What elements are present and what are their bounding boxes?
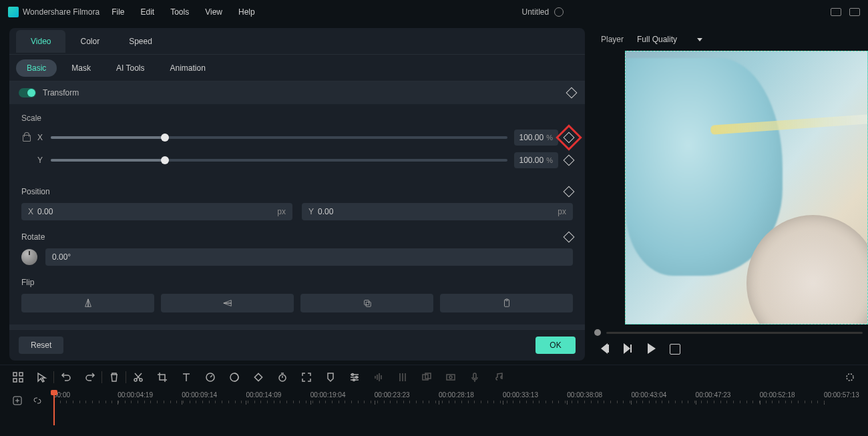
color-icon[interactable] bbox=[228, 371, 240, 383]
main-tabs: Video Color Speed bbox=[9, 28, 585, 55]
menu-edit[interactable]: Edit bbox=[141, 7, 155, 17]
properties-scroll[interactable]: Transform Scale X bbox=[9, 81, 585, 329]
lock-aspect-icon[interactable] bbox=[21, 132, 31, 142]
menu-view[interactable]: View bbox=[205, 7, 222, 17]
menu-tools[interactable]: Tools bbox=[170, 7, 189, 17]
scale-x-slider[interactable] bbox=[51, 136, 507, 139]
crop-icon[interactable] bbox=[156, 371, 168, 383]
playhead[interactable] bbox=[53, 391, 55, 425]
flip-horizontal-button[interactable] bbox=[21, 294, 154, 312]
timeline-toolbar bbox=[0, 365, 868, 389]
reset-button[interactable]: Reset bbox=[19, 337, 63, 354]
subtab-ai-tools[interactable]: AI Tools bbox=[105, 59, 155, 77]
play-button[interactable] bbox=[646, 343, 657, 354]
timeline-settings-icon[interactable] bbox=[844, 371, 856, 383]
redo-icon[interactable] bbox=[84, 371, 96, 383]
menu-bar: File Edit Tools View Help bbox=[112, 7, 255, 17]
stopwatch-icon[interactable] bbox=[276, 371, 288, 383]
mixer-icon[interactable] bbox=[397, 371, 409, 383]
group-icon[interactable] bbox=[421, 371, 433, 383]
scale-y-value[interactable]: 100.00% bbox=[514, 152, 558, 168]
speed-icon[interactable] bbox=[204, 371, 216, 383]
marker-icon[interactable] bbox=[324, 371, 337, 383]
scrub-bar[interactable] bbox=[592, 329, 868, 337]
quality-dropdown[interactable]: Full Quality bbox=[637, 35, 702, 44]
flip-vertical-button[interactable] bbox=[161, 294, 294, 312]
audio-sync-icon[interactable] bbox=[373, 371, 385, 383]
next-frame-button[interactable] bbox=[624, 343, 634, 354]
transform-toggle[interactable] bbox=[19, 88, 36, 97]
scrub-handle[interactable] bbox=[594, 329, 601, 336]
position-x-input[interactable] bbox=[37, 207, 277, 216]
timeline-ruler[interactable]: 00:0000:00:04:1900:00:09:1400:00:14:0900… bbox=[53, 391, 856, 425]
svg-rect-0 bbox=[364, 300, 369, 305]
window-controls bbox=[831, 8, 860, 16]
link-icon[interactable] bbox=[32, 395, 44, 407]
timeline-timestamp: 00:00:57:13 bbox=[824, 391, 859, 399]
player-label: Player bbox=[601, 35, 624, 44]
timeline-timestamp: 00:00:33:13 bbox=[503, 391, 538, 399]
flip-header: Flip bbox=[21, 278, 573, 287]
trash-icon[interactable] bbox=[108, 371, 120, 383]
svg-rect-6 bbox=[13, 379, 17, 382]
flip-label: Flip bbox=[21, 278, 34, 287]
position-header: Position bbox=[21, 187, 573, 196]
scale-y-slider[interactable] bbox=[51, 159, 507, 162]
subtab-animation[interactable]: Animation bbox=[159, 59, 216, 77]
fit-icon[interactable] bbox=[300, 371, 312, 383]
text-icon[interactable] bbox=[180, 371, 192, 383]
scale-x-value[interactable]: 100.00% bbox=[514, 130, 558, 146]
subtab-mask[interactable]: Mask bbox=[61, 59, 101, 77]
subtab-basic[interactable]: Basic bbox=[16, 59, 57, 77]
tab-speed[interactable]: Speed bbox=[114, 30, 167, 53]
svg-rect-4 bbox=[13, 373, 17, 376]
cut-icon[interactable] bbox=[132, 371, 144, 383]
keyframe-tool-icon[interactable] bbox=[252, 371, 264, 383]
timeline-timestamp: 00:00:43:04 bbox=[631, 391, 666, 399]
stop-button[interactable] bbox=[669, 343, 680, 354]
timeline-timestamp: 00:00:52:18 bbox=[760, 391, 795, 399]
copy-button[interactable] bbox=[300, 294, 433, 312]
tab-color[interactable]: Color bbox=[65, 30, 114, 53]
render-icon[interactable] bbox=[445, 371, 457, 383]
adjust-icon[interactable] bbox=[349, 371, 361, 383]
timeline-timestamp: 00:00:04:19 bbox=[118, 391, 153, 399]
preview-frame[interactable] bbox=[625, 51, 868, 324]
rotate-value[interactable]: 0.00° bbox=[45, 248, 573, 266]
rotate-label: Rotate bbox=[21, 232, 45, 242]
pointer-tool-icon[interactable] bbox=[36, 371, 48, 383]
preview-area[interactable] bbox=[592, 51, 868, 337]
scrub-track[interactable] bbox=[606, 332, 863, 334]
scale-x-keyframe-icon[interactable] bbox=[564, 132, 575, 144]
timeline-timestamp: 00:00:23:23 bbox=[375, 391, 410, 399]
document-title: Untitled bbox=[522, 7, 550, 17]
voiceover-icon[interactable] bbox=[469, 371, 481, 383]
music-icon[interactable] bbox=[493, 371, 505, 383]
scale-x-row: X 100.00% bbox=[37, 130, 573, 146]
menu-help[interactable]: Help bbox=[238, 7, 255, 17]
properties-panel: Video Color Speed Basic Mask AI Tools An… bbox=[9, 28, 585, 361]
position-x-field[interactable]: X px bbox=[21, 203, 292, 220]
layout-grid-icon[interactable] bbox=[12, 371, 24, 383]
position-y-field[interactable]: Y px bbox=[302, 203, 573, 220]
secondary-screen-icon[interactable] bbox=[849, 8, 860, 16]
timeline-timestamp: 00:00:38:08 bbox=[567, 391, 602, 399]
svg-rect-7 bbox=[19, 379, 23, 382]
paste-button[interactable] bbox=[440, 294, 573, 312]
timeline-timestamp: 00:00:09:14 bbox=[182, 391, 217, 399]
rotate-knob[interactable] bbox=[21, 249, 37, 265]
prev-frame-button[interactable] bbox=[601, 343, 612, 354]
cloud-sync-icon[interactable] bbox=[554, 7, 564, 17]
layout-icon[interactable] bbox=[831, 8, 841, 16]
tab-video[interactable]: Video bbox=[16, 30, 65, 53]
scale-y-row: Y 100.00% bbox=[37, 152, 573, 168]
track-add-icon[interactable] bbox=[12, 395, 24, 407]
menu-file[interactable]: File bbox=[112, 7, 124, 17]
undo-icon[interactable] bbox=[60, 371, 72, 383]
position-y-input[interactable] bbox=[318, 207, 558, 216]
transform-keyframe-icon[interactable] bbox=[566, 87, 578, 99]
scale-y-keyframe-icon[interactable] bbox=[564, 155, 575, 166]
ok-button[interactable]: OK bbox=[535, 337, 576, 354]
rotate-keyframe-icon[interactable] bbox=[564, 232, 575, 243]
position-keyframe-icon[interactable] bbox=[564, 186, 575, 198]
